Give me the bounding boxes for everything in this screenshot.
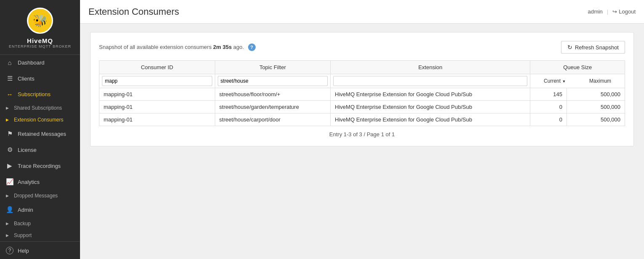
topbar-right: admin | ↪ Logout bbox=[588, 8, 636, 15]
snapshot-prefix: Snapshot of all available extension cons… bbox=[99, 44, 211, 50]
table-header-row: Consumer ID Topic Filter Extension Queue… bbox=[99, 61, 625, 74]
queue-max-label: Maximum bbox=[578, 76, 622, 86]
refresh-snapshot-button[interactable]: ↻ Refresh Snapshot bbox=[561, 41, 625, 54]
cell-current: 0 bbox=[530, 101, 567, 113]
header-topic-filter: Topic Filter bbox=[215, 61, 331, 74]
snapshot-help-icon[interactable]: ? bbox=[248, 43, 256, 51]
sidebar-item-admin-label: Admin bbox=[18, 207, 33, 213]
arrow-icon-4: ▶ bbox=[6, 221, 9, 226]
queue-sort-current[interactable]: Current ▼ bbox=[533, 76, 577, 86]
cell-consumer-id: mapping-01 bbox=[99, 101, 215, 113]
refresh-icon: ↻ bbox=[567, 44, 572, 51]
content-area: Snapshot of all available extension cons… bbox=[80, 24, 644, 259]
table-row: mapping-01 street/house/garden/temperatu… bbox=[99, 101, 625, 113]
sidebar-sub-dropped-messages[interactable]: ▶ Dropped Messages bbox=[0, 190, 80, 202]
sort-icon: ▼ bbox=[562, 79, 566, 84]
dashboard-icon: ⌂ bbox=[6, 59, 13, 66]
snapshot-suffix: ago. bbox=[233, 44, 244, 50]
sidebar-item-license[interactable]: ⚙ License bbox=[0, 142, 80, 158]
main-content: Extension Consumers admin | ↪ Logout Sna… bbox=[80, 0, 644, 259]
filter-consumer-id-cell bbox=[99, 74, 215, 88]
filter-topic-filter-input[interactable] bbox=[218, 76, 328, 86]
cell-maximum: 500,000 bbox=[567, 88, 625, 101]
sidebar-item-retained-messages[interactable]: ⚑ Retained Messages bbox=[0, 126, 80, 142]
sidebar-item-subscriptions[interactable]: ↔ Subscriptions bbox=[0, 86, 80, 102]
pagination-text: Entry 1-3 of 3 / Page 1 of 1 bbox=[329, 131, 395, 138]
shared-subscriptions-label: Shared Subscriptions bbox=[14, 105, 62, 111]
cell-topic-filter: street/house/carport/door bbox=[215, 113, 331, 126]
cell-current: 145 bbox=[530, 88, 567, 101]
cell-extension: HiveMQ Enterprise Extension for Google C… bbox=[331, 101, 530, 113]
help-label: Help bbox=[18, 248, 29, 254]
page-title: Extension Consumers bbox=[88, 6, 179, 17]
snapshot-text: Snapshot of all available extension cons… bbox=[99, 43, 256, 51]
help-icon: ? bbox=[6, 247, 13, 254]
logo-subtitle: Enterprise MQTT Broker bbox=[9, 44, 71, 49]
logout-button[interactable]: ↪ Logout bbox=[612, 8, 636, 15]
logout-icon: ↪ bbox=[612, 8, 617, 15]
sidebar-item-retained-label: Retained Messages bbox=[18, 131, 66, 137]
backup-label: Backup bbox=[14, 221, 31, 227]
retained-icon: ⚑ bbox=[6, 130, 13, 138]
sidebar: 🐝 HiveMQ Enterprise MQTT Broker ⌂ Dashbo… bbox=[0, 0, 80, 259]
max-col-label: Maximum bbox=[589, 78, 611, 84]
trace-icon: ▶ bbox=[6, 162, 13, 170]
pagination: Entry 1-3 of 3 / Page 1 of 1 bbox=[99, 131, 625, 138]
filter-row: Current ▼ Maximum bbox=[99, 74, 625, 88]
sidebar-item-trace-recordings[interactable]: ▶ Trace Recordings bbox=[0, 158, 80, 174]
logo-emblem: 🐝 bbox=[27, 8, 53, 34]
arrow-icon-3: ▶ bbox=[6, 194, 9, 198]
cell-consumer-id: mapping-01 bbox=[99, 113, 215, 126]
sidebar-item-dashboard[interactable]: ⌂ Dashboard bbox=[0, 55, 80, 70]
sidebar-item-dashboard-label: Dashboard bbox=[18, 59, 45, 66]
support-label: Support bbox=[14, 232, 32, 238]
sidebar-bottom: ? Help bbox=[0, 241, 80, 259]
cell-maximum: 500,000 bbox=[567, 101, 625, 113]
header-queue-size: Queue Size bbox=[530, 61, 625, 74]
bee-icon: 🐝 bbox=[33, 14, 48, 28]
sidebar-sub-backup[interactable]: ▶ Backup bbox=[0, 218, 80, 229]
sidebar-sub-extension-consumers[interactable]: ▶ Extension Consumers bbox=[0, 114, 80, 126]
table-row: mapping-01 street/house/carport/door Hiv… bbox=[99, 113, 625, 126]
divider: | bbox=[607, 8, 608, 15]
filter-extension-input[interactable] bbox=[333, 76, 527, 86]
dropped-messages-label: Dropped Messages bbox=[14, 193, 58, 199]
table-row: mapping-01 street/house/floor/room/+ Hiv… bbox=[99, 88, 625, 101]
arrow-icon-2: ▶ bbox=[6, 118, 9, 122]
cell-consumer-id: mapping-01 bbox=[99, 88, 215, 101]
table-body: mapping-01 street/house/floor/room/+ Hiv… bbox=[99, 88, 625, 126]
sidebar-item-clients[interactable]: ☰ Clients bbox=[0, 70, 80, 86]
sidebar-item-trace-label: Trace Recordings bbox=[18, 163, 61, 169]
filter-topic-filter-cell bbox=[215, 74, 331, 88]
filter-queue-size-cell: Current ▼ Maximum bbox=[530, 74, 625, 88]
logo-title: HiveMQ bbox=[27, 37, 53, 44]
filter-consumer-id-input[interactable] bbox=[102, 76, 212, 86]
admin-icon: 👤 bbox=[6, 206, 13, 213]
arrow-icon: ▶ bbox=[6, 106, 9, 110]
sidebar-sub-shared-subscriptions[interactable]: ▶ Shared Subscriptions bbox=[0, 102, 80, 114]
extension-consumers-card: Snapshot of all available extension cons… bbox=[90, 32, 634, 146]
snapshot-time: 2m 35s bbox=[213, 44, 232, 50]
sidebar-logo: 🐝 HiveMQ Enterprise MQTT Broker bbox=[0, 0, 80, 55]
subscriptions-icon: ↔ bbox=[6, 91, 13, 98]
topbar: Extension Consumers admin | ↪ Logout bbox=[80, 0, 644, 24]
arrow-icon-5: ▶ bbox=[6, 233, 9, 237]
current-user: admin bbox=[588, 8, 602, 15]
sidebar-item-analytics[interactable]: 📈 Analytics bbox=[0, 174, 80, 190]
snapshot-bar: Snapshot of all available extension cons… bbox=[99, 41, 625, 54]
cell-current: 0 bbox=[530, 113, 567, 126]
license-icon: ⚙ bbox=[6, 146, 13, 154]
cell-topic-filter: street/house/garden/temperature bbox=[215, 101, 331, 113]
consumers-table: Consumer ID Topic Filter Extension Queue… bbox=[99, 60, 625, 126]
filter-extension-cell bbox=[331, 74, 530, 88]
refresh-btn-label: Refresh Snapshot bbox=[575, 44, 619, 51]
logout-label: Logout bbox=[619, 8, 636, 15]
cell-maximum: 500,000 bbox=[567, 113, 625, 126]
sidebar-item-subscriptions-label: Subscriptions bbox=[18, 91, 51, 97]
cell-topic-filter: street/house/floor/room/+ bbox=[215, 88, 331, 101]
analytics-icon: 📈 bbox=[6, 178, 13, 186]
sidebar-item-admin[interactable]: 👤 Admin bbox=[0, 202, 80, 218]
sidebar-sub-support[interactable]: ▶ Support bbox=[0, 229, 80, 241]
sidebar-help[interactable]: ? Help bbox=[0, 242, 80, 259]
header-extension: Extension bbox=[331, 61, 530, 74]
